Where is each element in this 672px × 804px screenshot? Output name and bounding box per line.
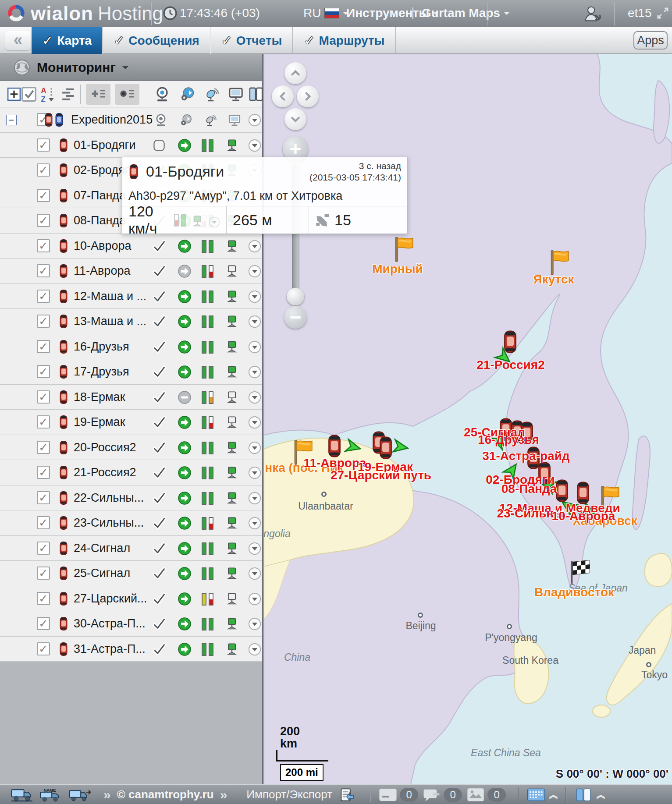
unit-row[interactable]: ✓ 17-Друзья bbox=[0, 359, 262, 385]
unit-row[interactable]: ✓ 19-Ермак bbox=[0, 410, 262, 435]
tab-Карта[interactable]: ✓Карта bbox=[32, 27, 103, 54]
zoom-slider-handle[interactable] bbox=[287, 288, 304, 305]
sensor-bars-icon[interactable] bbox=[202, 517, 215, 530]
unit-checkbox[interactable]: ✓ bbox=[37, 466, 50, 479]
connection-icon[interactable] bbox=[225, 365, 238, 379]
motion-state-icon[interactable] bbox=[178, 517, 191, 530]
pan-down-button[interactable] bbox=[284, 108, 306, 130]
connection-icon[interactable] bbox=[225, 517, 238, 530]
motion-state-icon[interactable] bbox=[178, 416, 191, 429]
unit-checkbox[interactable]: ✓ bbox=[37, 441, 50, 454]
chevrons-up-icon[interactable]: ︽ bbox=[549, 788, 558, 801]
photo-icon[interactable] bbox=[466, 788, 485, 802]
connection-icon[interactable] bbox=[225, 592, 238, 606]
unit-checkbox[interactable]: ✓ bbox=[37, 516, 50, 529]
unit-menu-icon[interactable] bbox=[248, 466, 261, 479]
unit-checkbox[interactable]: ✓ bbox=[37, 189, 50, 202]
tab-Отчеты[interactable]: ✓Отчеты bbox=[210, 27, 293, 54]
unit-checkbox[interactable]: ✓ bbox=[37, 138, 50, 152]
sort-az-icon[interactable]: AZ bbox=[40, 86, 56, 102]
tab-Сообщения[interactable]: ✓Сообщения bbox=[103, 27, 210, 54]
flat-list-icon[interactable] bbox=[60, 86, 76, 102]
selection-state-icon[interactable] bbox=[153, 542, 166, 555]
unit-checkbox[interactable]: ✓ bbox=[37, 642, 50, 655]
add-unit-list-icon[interactable] bbox=[86, 84, 110, 105]
sensor-bars-icon[interactable] bbox=[202, 315, 215, 328]
unit-checkbox[interactable]: ✓ bbox=[37, 315, 50, 328]
motion-state-icon[interactable] bbox=[178, 290, 191, 303]
truck-icon[interactable] bbox=[11, 787, 33, 802]
unit-row[interactable]: ✓ 20-Россия2 bbox=[0, 435, 262, 460]
selection-state-icon[interactable] bbox=[153, 340, 166, 354]
collapse-panel-button[interactable]: « bbox=[5, 31, 31, 50]
connection-icon[interactable] bbox=[225, 643, 238, 656]
selection-state-icon[interactable] bbox=[153, 466, 166, 479]
sensor-bars-icon[interactable] bbox=[202, 492, 215, 505]
pan-up-button[interactable] bbox=[284, 62, 306, 84]
pan-left-button[interactable] bbox=[272, 85, 294, 107]
import-export-icon[interactable] bbox=[338, 787, 356, 802]
motion-state-icon[interactable] bbox=[178, 265, 191, 278]
sensor-bars-icon[interactable] bbox=[202, 391, 215, 404]
connection-icon[interactable] bbox=[225, 441, 238, 454]
sensor-bars-icon[interactable] bbox=[202, 265, 215, 278]
collapse-group-icon[interactable]: − bbox=[6, 115, 17, 125]
unit-row[interactable]: ✓ 13-Маша и ... bbox=[0, 309, 262, 334]
screen-icon[interactable] bbox=[228, 113, 241, 127]
unit-menu-icon[interactable] bbox=[248, 517, 261, 530]
selection-state-icon[interactable] bbox=[153, 240, 166, 253]
sensor-bars-icon[interactable] bbox=[202, 416, 215, 429]
tracking-icon[interactable] bbox=[204, 86, 220, 102]
unit-menu-icon[interactable] bbox=[248, 416, 261, 429]
unit-checkbox[interactable]: ✓ bbox=[37, 491, 50, 504]
sensor-bars-icon[interactable] bbox=[202, 467, 215, 479]
chevron-right-icon[interactable]: » bbox=[103, 787, 111, 802]
selection-state-icon[interactable] bbox=[153, 365, 166, 379]
chevron-right-icon[interactable]: » bbox=[220, 787, 228, 802]
unit-menu-icon[interactable] bbox=[248, 617, 261, 630]
map-source-menu[interactable]: Gurtam Maps bbox=[422, 6, 510, 20]
unit-row[interactable]: ✓ 30-Астра-П... bbox=[0, 611, 262, 637]
selection-state-icon[interactable] bbox=[153, 265, 166, 278]
unit-menu-icon[interactable] bbox=[248, 315, 261, 328]
motion-state-icon[interactable] bbox=[178, 617, 191, 630]
pan-right-button[interactable] bbox=[297, 85, 319, 107]
unit-row[interactable]: ✓ 31-Астра-П... bbox=[0, 637, 262, 662]
sensor-bars-icon[interactable] bbox=[202, 593, 215, 606]
tracking-icon[interactable] bbox=[204, 113, 217, 127]
unit-checkbox[interactable]: ✓ bbox=[37, 390, 50, 404]
sensor-bars-icon[interactable] bbox=[202, 366, 215, 379]
motion-state-icon[interactable] bbox=[178, 315, 191, 328]
card-icon[interactable] bbox=[379, 788, 397, 802]
unit-checkbox[interactable]: ✓ bbox=[37, 163, 50, 177]
connection-icon[interactable] bbox=[225, 340, 238, 354]
unit-marker-car-icon[interactable] bbox=[327, 434, 342, 458]
unit-checkbox[interactable]: ✓ bbox=[37, 542, 50, 555]
sensor-bars-icon[interactable] bbox=[202, 567, 215, 580]
connection-icon[interactable] bbox=[225, 265, 238, 278]
unit-menu-icon[interactable] bbox=[248, 240, 261, 253]
group-row[interactable]: − ✓ Expedition2015 bbox=[0, 107, 262, 133]
tab-Маршруты[interactable]: ✓Маршруты bbox=[293, 27, 395, 54]
camera-icon[interactable] bbox=[154, 86, 170, 102]
motion-state-icon[interactable] bbox=[178, 340, 191, 354]
unit-row[interactable]: ✓ 11-Аврора bbox=[0, 259, 262, 284]
unit-row[interactable]: ✓ 25-Сигнал bbox=[0, 561, 262, 586]
unit-checkbox[interactable]: ✓ bbox=[37, 239, 50, 252]
sensor-bars-icon[interactable] bbox=[202, 618, 215, 630]
selection-state-icon[interactable] bbox=[153, 617, 166, 630]
motion-state-icon[interactable] bbox=[178, 542, 191, 555]
motion-state-icon[interactable] bbox=[178, 139, 191, 152]
expand-all-icon[interactable] bbox=[6, 86, 22, 102]
motion-state-icon[interactable] bbox=[178, 567, 191, 580]
connection-icon[interactable] bbox=[225, 240, 238, 253]
sensor-bars-icon[interactable] bbox=[202, 341, 215, 354]
unit-menu-icon[interactable] bbox=[248, 441, 261, 454]
selection-state-icon[interactable] bbox=[153, 139, 166, 152]
connection-icon[interactable] bbox=[225, 139, 238, 152]
unit-row[interactable]: ✓ 23-Сильны... bbox=[0, 510, 262, 536]
unit-menu-icon[interactable] bbox=[248, 265, 261, 278]
unit-menu-icon[interactable] bbox=[248, 643, 261, 656]
camera-icon[interactable] bbox=[154, 113, 167, 127]
log-panel-icon[interactable] bbox=[574, 788, 593, 802]
